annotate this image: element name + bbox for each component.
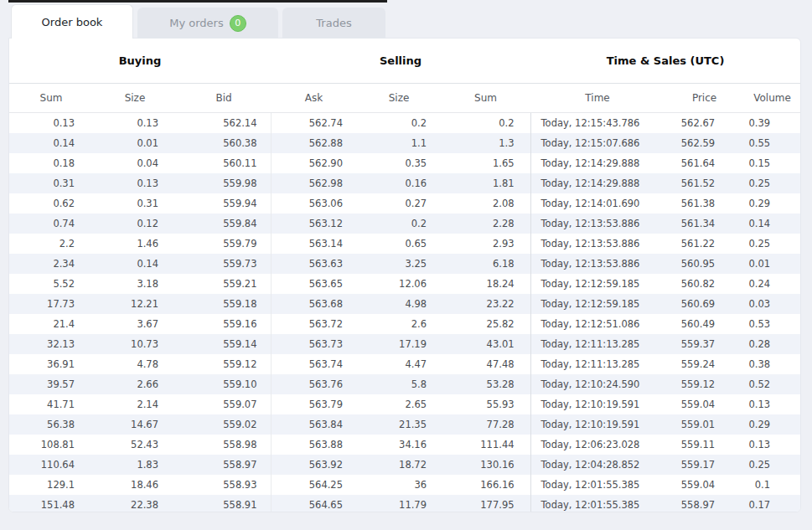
cell-bid-price[interactable]: 559.79 xyxy=(177,234,271,254)
cell-sell-size: 36 xyxy=(357,475,441,495)
cell-bid-price[interactable]: 562.14 xyxy=(177,113,271,134)
cell-bid-price[interactable]: 558.97 xyxy=(177,455,271,475)
cell-buy-sum: 5.52 xyxy=(9,274,93,294)
cell-bid-price[interactable]: 559.18 xyxy=(177,294,271,314)
cell-bid-price[interactable]: 558.98 xyxy=(177,435,271,455)
cell-buy-sum: 39.57 xyxy=(9,374,93,394)
cell-ask-price[interactable]: 563.92 xyxy=(271,455,357,475)
tab-my-orders[interactable]: My orders 0 xyxy=(137,8,278,39)
cell-bid-price[interactable]: 559.21 xyxy=(177,274,271,294)
cell-trade-volume: 0.14 xyxy=(744,214,800,234)
cell-bid-price[interactable]: 560.38 xyxy=(177,133,271,153)
cell-bid-price[interactable]: 559.14 xyxy=(177,334,271,354)
cell-buy-sum: 108.81 xyxy=(9,435,93,455)
table-row: 36.914.78559.12563.744.4747.48Today, 12:… xyxy=(9,354,800,374)
order-book-panel: Buying Selling Time & Sales (UTC) Sum Si… xyxy=(8,38,801,512)
cell-trade-price: 559.01 xyxy=(665,414,744,435)
cell-trade-time: Today, 12:01:55.385 xyxy=(530,475,665,495)
cell-trade-time: Today, 12:15:43.786 xyxy=(530,113,665,134)
cell-sell-sum: 6.18 xyxy=(441,254,530,274)
cell-sell-sum: 1.3 xyxy=(441,133,530,153)
column-header-row: Sum Size Bid Ask Size Sum Time Price Vol… xyxy=(9,84,800,113)
cell-sell-sum: 166.16 xyxy=(441,475,530,495)
cell-buy-size: 2.66 xyxy=(93,374,177,394)
cell-bid-price[interactable]: 559.16 xyxy=(177,314,271,334)
col-header-bid: Bid xyxy=(177,84,271,113)
cell-sell-sum: 47.48 xyxy=(441,354,530,374)
cell-buy-sum: 17.73 xyxy=(9,294,93,314)
cell-ask-price[interactable]: 564.25 xyxy=(271,475,357,495)
cell-trade-price: 560.49 xyxy=(665,314,744,334)
cell-bid-price[interactable]: 559.12 xyxy=(177,354,271,374)
cell-buy-size: 12.21 xyxy=(93,294,177,314)
section-title-selling: Selling xyxy=(271,39,530,84)
cell-sell-sum: 177.95 xyxy=(441,495,530,512)
cell-buy-sum: 0.13 xyxy=(9,113,93,134)
cell-trade-volume: 0.28 xyxy=(744,334,800,354)
cell-buy-size: 3.67 xyxy=(93,314,177,334)
cell-trade-time: Today, 12:10:19.591 xyxy=(530,394,665,414)
cell-ask-price[interactable]: 564.65 xyxy=(271,495,357,512)
cell-ask-price[interactable]: 563.76 xyxy=(271,374,357,394)
cell-sell-size: 0.27 xyxy=(357,193,441,214)
cell-bid-price[interactable]: 559.84 xyxy=(177,214,271,234)
cell-ask-price[interactable]: 563.88 xyxy=(271,435,357,455)
table-row: 2.340.14559.73563.633.256.18Today, 12:13… xyxy=(9,254,800,274)
cell-ask-price[interactable]: 563.84 xyxy=(271,414,357,435)
tab-order-book[interactable]: Order book xyxy=(11,4,133,39)
cell-trade-time: Today, 12:14:29.888 xyxy=(530,153,665,173)
cell-ask-price[interactable]: 563.65 xyxy=(271,274,357,294)
cell-bid-price[interactable]: 560.11 xyxy=(177,153,271,173)
cell-trade-price: 559.37 xyxy=(665,334,744,354)
cell-ask-price[interactable]: 563.12 xyxy=(271,214,357,234)
table-row: 0.620.31559.94563.060.272.08Today, 12:14… xyxy=(9,193,800,214)
cell-bid-price[interactable]: 559.07 xyxy=(177,394,271,414)
tab-bar: Order book My orders 0 Trades xyxy=(11,4,385,39)
cell-bid-price[interactable]: 558.93 xyxy=(177,475,271,495)
cell-ask-price[interactable]: 563.74 xyxy=(271,354,357,374)
table-row: 151.4822.38558.91564.6511.79177.95Today,… xyxy=(9,495,800,512)
cell-ask-price[interactable]: 562.88 xyxy=(271,133,357,153)
cell-buy-size: 2.14 xyxy=(93,394,177,414)
cell-bid-price[interactable]: 559.98 xyxy=(177,173,271,193)
cell-ask-price[interactable]: 563.79 xyxy=(271,394,357,414)
cell-ask-price[interactable]: 563.72 xyxy=(271,314,357,334)
cell-trade-time: Today, 12:15:07.686 xyxy=(530,133,665,153)
cell-sell-size: 0.16 xyxy=(357,173,441,193)
cell-ask-price[interactable]: 563.68 xyxy=(271,294,357,314)
table-row: 0.310.13559.98562.980.161.81Today, 12:14… xyxy=(9,173,800,193)
cell-bid-price[interactable]: 559.94 xyxy=(177,193,271,214)
cell-trade-price: 560.82 xyxy=(665,274,744,294)
cell-trade-price: 559.24 xyxy=(665,354,744,374)
cell-ask-price[interactable]: 562.98 xyxy=(271,173,357,193)
cell-trade-time: Today, 12:12:59.185 xyxy=(530,274,665,294)
cell-ask-price[interactable]: 563.06 xyxy=(271,193,357,214)
cell-trade-volume: 0.13 xyxy=(744,435,800,455)
cell-buy-size: 22.38 xyxy=(93,495,177,512)
cell-buy-sum: 110.64 xyxy=(9,455,93,475)
cell-trade-time: Today, 12:10:19.591 xyxy=(530,414,665,435)
cell-ask-price[interactable]: 563.14 xyxy=(271,234,357,254)
cell-bid-price[interactable]: 559.02 xyxy=(177,414,271,435)
cell-ask-price[interactable]: 562.74 xyxy=(271,113,357,134)
cell-buy-size: 14.67 xyxy=(93,414,177,435)
cell-ask-price[interactable]: 563.63 xyxy=(271,254,357,274)
cell-buy-size: 0.12 xyxy=(93,214,177,234)
cell-ask-price[interactable]: 563.73 xyxy=(271,334,357,354)
cell-ask-price[interactable]: 562.90 xyxy=(271,153,357,173)
cell-bid-price[interactable]: 558.91 xyxy=(177,495,271,512)
cell-sell-size: 0.35 xyxy=(357,153,441,173)
cell-bid-price[interactable]: 559.10 xyxy=(177,374,271,394)
cell-trade-price: 561.38 xyxy=(665,193,744,214)
cell-sell-sum: 1.81 xyxy=(441,173,530,193)
cell-sell-sum: 1.65 xyxy=(441,153,530,173)
cell-trade-time: Today, 12:14:01.690 xyxy=(530,193,665,214)
cell-trade-price: 558.97 xyxy=(665,495,744,512)
cell-trade-time: Today, 12:11:13.285 xyxy=(530,354,665,374)
cell-trade-volume: 0.38 xyxy=(744,354,800,374)
cell-trade-price: 561.52 xyxy=(665,173,744,193)
cell-sell-sum: 25.82 xyxy=(441,314,530,334)
cell-bid-price[interactable]: 559.73 xyxy=(177,254,271,274)
tab-trades[interactable]: Trades xyxy=(282,8,385,39)
cell-buy-size: 0.13 xyxy=(93,113,177,134)
